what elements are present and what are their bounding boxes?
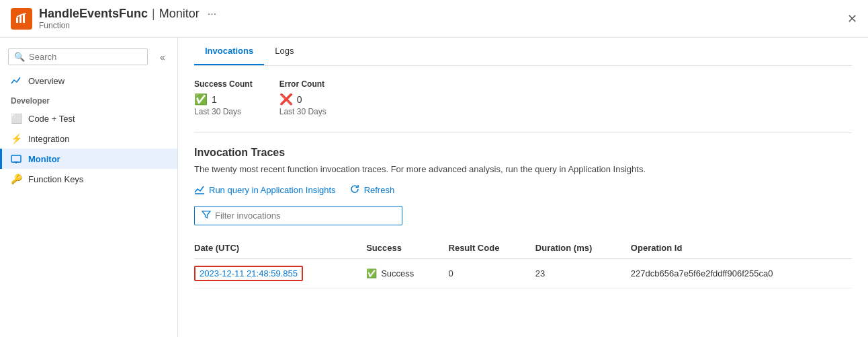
refresh-button[interactable]: Refresh [349, 184, 395, 196]
header-left: HandleEventsFunc | Monitor ··· Function [11, 7, 216, 30]
refresh-label: Refresh [364, 185, 395, 195]
cell-result-code: 0 [449, 259, 535, 289]
main-content: Invocations Logs Success Count ✅ 1 Last … [178, 38, 868, 337]
col-success: Success [366, 237, 448, 259]
layout: 🔍 « Overview Developer ⬜ Code + Test ⚡ I… [0, 38, 868, 337]
svg-rect-2 [23, 13, 25, 23]
code-test-icon: ⬜ [11, 113, 21, 124]
header-subtitle: Function [39, 21, 216, 30]
collapse-icon: « [160, 52, 165, 63]
function-name: HandleEventsFunc [39, 7, 148, 21]
sidebar-item-monitor[interactable]: Monitor [0, 149, 177, 169]
success-count-label: Success Count [194, 79, 253, 89]
run-query-icon [194, 184, 205, 196]
error-x-icon: ❌ [279, 93, 293, 106]
run-query-label: Run query in Application Insights [209, 185, 336, 195]
sidebar-item-overview[interactable]: Overview [0, 71, 177, 91]
cell-date[interactable]: 2023-12-11 21:48:59.855 [194, 259, 366, 289]
header: HandleEventsFunc | Monitor ··· Function … [0, 0, 868, 38]
col-operation-id: Operation Id [631, 237, 852, 259]
table-row: 2023-12-11 21:48:59.855 ✅ Success 0 23 2… [194, 259, 852, 289]
svg-rect-3 [11, 155, 21, 162]
table-body: 2023-12-11 21:48:59.855 ✅ Success 0 23 2… [194, 259, 852, 289]
refresh-icon [349, 184, 360, 196]
run-query-button[interactable]: Run query in Application Insights [194, 184, 336, 196]
app-icon [11, 8, 32, 30]
tabs: Invocations Logs [194, 38, 852, 66]
sidebar-item-function-keys[interactable]: 🔑 Function Keys [0, 169, 177, 189]
title-block: HandleEventsFunc | Monitor ··· Function [39, 7, 216, 30]
action-row: Run query in Application Insights Refres… [194, 184, 852, 196]
svg-rect-1 [19, 15, 21, 23]
integration-icon: ⚡ [11, 133, 21, 144]
monitor-icon [11, 153, 21, 164]
filter-icon [202, 210, 211, 221]
col-date: Date (UTC) [194, 237, 366, 259]
error-count-block: Error Count ❌ 0 Last 30 Days [279, 79, 327, 116]
col-duration: Duration (ms) [535, 237, 631, 259]
invocation-traces-section: Invocation Traces The twenty most recent… [194, 147, 852, 289]
success-cell: ✅ Success [366, 268, 440, 278]
cell-operation-id: 227dcb656a7e5f6e2fddff906f255ca0 [631, 259, 852, 289]
stats-row: Success Count ✅ 1 Last 30 Days Error Cou… [194, 79, 852, 116]
more-icon[interactable]: ··· [208, 8, 216, 20]
overview-icon [11, 75, 21, 86]
error-sublabel: Last 30 Days [279, 107, 327, 116]
svg-rect-0 [16, 17, 18, 23]
success-count-value: ✅ 1 [194, 93, 253, 106]
close-icon: ✕ [847, 12, 857, 26]
error-count-label: Error Count [279, 79, 327, 89]
search-icon: 🔍 [14, 52, 25, 62]
section-title: Invocation Traces [194, 147, 852, 159]
collapse-button[interactable]: « [156, 50, 169, 64]
search-box[interactable]: 🔍 [8, 48, 148, 65]
success-sublabel: Last 30 Days [194, 107, 253, 116]
cell-success: ✅ Success [366, 259, 448, 289]
success-check-icon: ✅ [194, 93, 208, 106]
tab-logs[interactable]: Logs [264, 38, 304, 65]
sidebar-label-integration: Integration [28, 134, 69, 144]
table-header: Date (UTC) Success Result Code Duration … [194, 237, 852, 259]
sidebar-item-code-test[interactable]: ⬜ Code + Test [0, 108, 177, 128]
search-input[interactable] [29, 52, 142, 62]
divider [194, 133, 852, 133]
filter-input[interactable] [215, 211, 395, 221]
tab-invocations[interactable]: Invocations [194, 38, 264, 65]
sidebar: 🔍 « Overview Developer ⬜ Code + Test ⚡ I… [0, 38, 178, 337]
error-count-value: ❌ 0 [279, 93, 327, 106]
sidebar-label-function-keys: Function Keys [28, 174, 83, 184]
invocations-table: Date (UTC) Success Result Code Duration … [194, 237, 852, 289]
title-separator: | [152, 7, 155, 21]
sidebar-label-overview: Overview [28, 76, 64, 86]
col-result-code: Result Code [449, 237, 535, 259]
section-description: The twenty most recent function invocati… [194, 164, 852, 174]
function-keys-icon: 🔑 [11, 174, 21, 184]
success-count-block: Success Count ✅ 1 Last 30 Days [194, 79, 253, 116]
sidebar-item-integration[interactable]: ⚡ Integration [0, 128, 177, 149]
row-success-icon: ✅ [366, 268, 377, 278]
cell-duration: 23 [535, 259, 631, 289]
date-link[interactable]: 2023-12-11 21:48:59.855 [194, 266, 303, 281]
filter-box[interactable] [194, 206, 402, 225]
close-button[interactable]: ✕ [847, 11, 857, 26]
sidebar-section-developer: Developer [0, 91, 177, 108]
sidebar-label-code-test: Code + Test [28, 114, 75, 124]
sidebar-label-monitor: Monitor [28, 154, 60, 164]
page-title: Monitor [159, 7, 200, 21]
